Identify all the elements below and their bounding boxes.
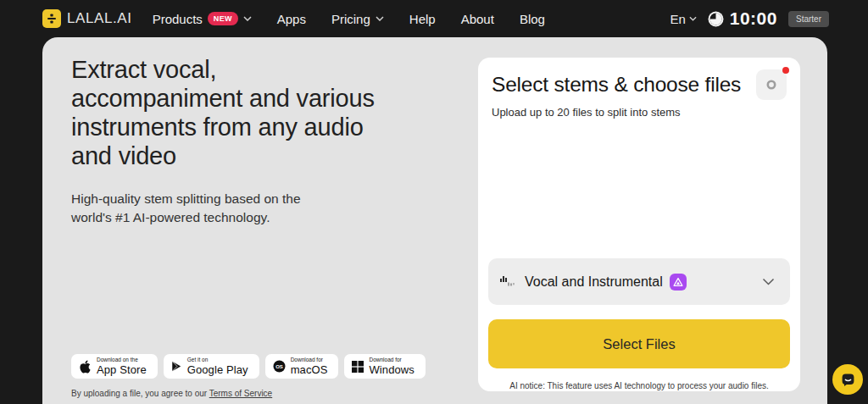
store-buttons-row: Download on the App Store Get it on Goog… [71, 354, 426, 379]
store-button-text: Get it on Google Play [187, 357, 248, 376]
store-main-label: Google Play [187, 364, 248, 375]
google-play-icon [171, 360, 182, 373]
nav-blog-label: Blog [520, 12, 545, 26]
brand-logo[interactable]: LALAL.AI [42, 9, 132, 28]
app-store-button[interactable]: Download on the App Store [71, 354, 158, 379]
content-surface: Extract vocal, accompaniment and various… [42, 37, 827, 404]
stem-type-dropdown[interactable]: Vocal and Instrumental [488, 258, 790, 305]
language-label: En [670, 12, 685, 26]
brand-name: LALAL.AI [67, 10, 132, 27]
upload-card-subtitle: Upload up to 20 files to split into stem… [492, 106, 787, 119]
nav-pricing-label: Pricing [331, 12, 370, 26]
store-button-text: Download on the App Store [97, 357, 147, 376]
waveform-icon [500, 274, 516, 289]
page-subtitle: High-quality stem splitting based on the… [71, 190, 339, 228]
chat-bubble-icon [840, 372, 856, 388]
svg-text:OS: OS [275, 364, 283, 369]
language-selector[interactable]: En [670, 12, 696, 26]
store-button-text: Download for Windows [369, 357, 414, 376]
upload-card-header: Select stems & choose files [492, 69, 787, 100]
store-top-label: Download for [369, 357, 414, 363]
store-main-label: App Store [97, 364, 147, 375]
nav-about-label: About [461, 12, 494, 26]
store-main-label: macOS [291, 364, 328, 375]
nav-products-label: Products [153, 12, 203, 26]
upload-card: Select stems & choose files Upload up to… [478, 58, 800, 391]
store-button-text: Download for macOS [291, 357, 328, 376]
hero-section: Extract vocal, accompaniment and various… [71, 56, 387, 228]
macos-icon: OS [273, 360, 286, 373]
top-navbar: LALAL.AI Products NEW Apps Pricing Help … [0, 0, 868, 37]
google-play-button[interactable]: Get it on Google Play [164, 354, 259, 379]
terms-of-service-link[interactable]: Terms of Service [209, 389, 272, 398]
minutes-left: 10:00 [730, 8, 777, 29]
windows-icon [352, 361, 364, 373]
lalal-logo-icon [42, 9, 61, 28]
nav-item-apps[interactable]: Apps [277, 12, 306, 26]
nav-item-blog[interactable]: Blog [520, 12, 545, 26]
terms-note: By uploading a file, you agree to our Te… [71, 389, 272, 398]
settings-button[interactable] [756, 69, 787, 100]
chat-widget-button[interactable] [832, 364, 863, 395]
gear-icon [765, 79, 777, 91]
timer-clock-icon [708, 11, 724, 27]
select-files-button[interactable]: Select Files [488, 319, 790, 368]
store-main-label: Windows [369, 364, 414, 375]
ai-model-badge-icon [670, 274, 687, 291]
store-top-label: Download for [291, 357, 328, 363]
navbar-right: En 10:00 Starter [670, 8, 829, 29]
main-nav: Products NEW Apps Pricing Help About Blo… [153, 12, 545, 26]
macos-button[interactable]: OS Download for macOS [265, 354, 339, 379]
nav-item-help[interactable]: Help [409, 12, 436, 26]
terms-prefix: By uploading a file, you agree to our [71, 389, 209, 398]
store-top-label: Download on the [97, 357, 147, 363]
nav-item-about[interactable]: About [461, 12, 494, 26]
apple-icon [79, 360, 92, 374]
new-badge: NEW [208, 12, 238, 25]
ai-notice-text: AI notice: This feature uses AI technolo… [478, 381, 800, 390]
chevron-down-icon [762, 278, 775, 285]
upload-card-title: Select stems & choose files [492, 69, 741, 97]
stem-type-value: Vocal and Instrumental [525, 274, 663, 290]
nav-item-products[interactable]: Products NEW [153, 12, 252, 26]
chevron-down-icon [689, 16, 697, 21]
store-top-label: Get it on [187, 357, 248, 363]
page-title: Extract vocal, accompaniment and various… [71, 56, 387, 171]
nav-item-pricing[interactable]: Pricing [331, 12, 384, 26]
nav-apps-label: Apps [277, 12, 306, 26]
windows-button[interactable]: Download for Windows [344, 354, 425, 379]
nav-help-label: Help [409, 12, 436, 26]
plan-badge[interactable]: Starter [788, 11, 829, 27]
chevron-down-icon [243, 16, 252, 21]
chevron-down-icon [376, 16, 384, 21]
notification-dot [782, 67, 789, 74]
minutes-counter[interactable]: 10:00 [708, 8, 777, 29]
